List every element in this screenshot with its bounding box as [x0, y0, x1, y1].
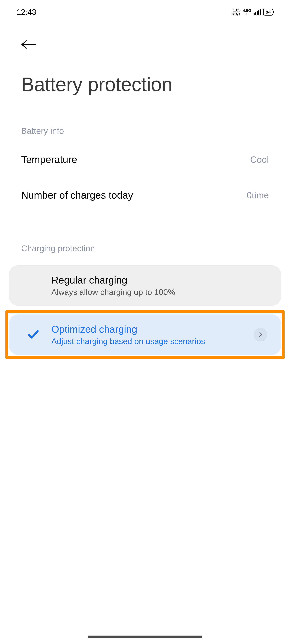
charges-label: Number of charges today	[21, 189, 133, 201]
speed-unit: KB/s	[231, 12, 240, 16]
battery-indicator: 84	[263, 8, 273, 16]
speed-value: 1.85	[233, 8, 241, 12]
option-regular-charging[interactable]: Regular charging Always allow charging u…	[9, 265, 281, 306]
status-bar: 12:43 1.85 KB/s 4.5G ↑↓ 84	[0, 0, 290, 21]
network-activity-icon: ↑↓	[245, 12, 248, 16]
option-optimized-charging[interactable]: Optimized charging Adjust charging based…	[9, 314, 281, 355]
chevron-right-button[interactable]	[254, 328, 267, 342]
page-title: Battery protection	[0, 56, 290, 105]
arrow-left-icon	[21, 39, 36, 50]
section-battery-info: Battery info	[0, 105, 290, 142]
check-icon	[27, 328, 39, 341]
regular-title: Regular charging	[51, 274, 248, 286]
status-time: 12:43	[17, 8, 36, 16]
network-type: 4.5G	[243, 8, 251, 12]
optimized-subtitle: Adjust charging based on usage scenarios	[51, 336, 248, 346]
chevron-right-icon	[258, 332, 263, 338]
battery-percent: 84	[266, 10, 271, 15]
section-charging-protection: Charging protection	[0, 222, 290, 259]
optimized-title: Optimized charging	[51, 324, 248, 335]
temperature-label: Temperature	[21, 154, 77, 165]
svg-line-1	[22, 41, 27, 44]
network-speed: 1.85 KB/s	[231, 8, 240, 16]
svg-line-2	[22, 44, 27, 48]
back-row	[0, 21, 290, 56]
home-indicator[interactable]	[88, 636, 202, 638]
temperature-value: Cool	[250, 154, 269, 165]
charges-value: 0time	[247, 190, 269, 200]
status-right: 1.85 KB/s 4.5G ↑↓ 84	[231, 8, 273, 16]
regular-subtitle: Always allow charging up to 100%	[51, 287, 248, 297]
temperature-row: Temperature Cool	[0, 142, 290, 177]
charges-row: Number of charges today 0time	[0, 177, 290, 213]
highlight-box: Optimized charging Adjust charging based…	[6, 310, 284, 359]
back-button[interactable]	[21, 39, 269, 50]
signal-strength-icon	[254, 9, 261, 15]
network-type-block: 4.5G ↑↓	[243, 8, 251, 16]
